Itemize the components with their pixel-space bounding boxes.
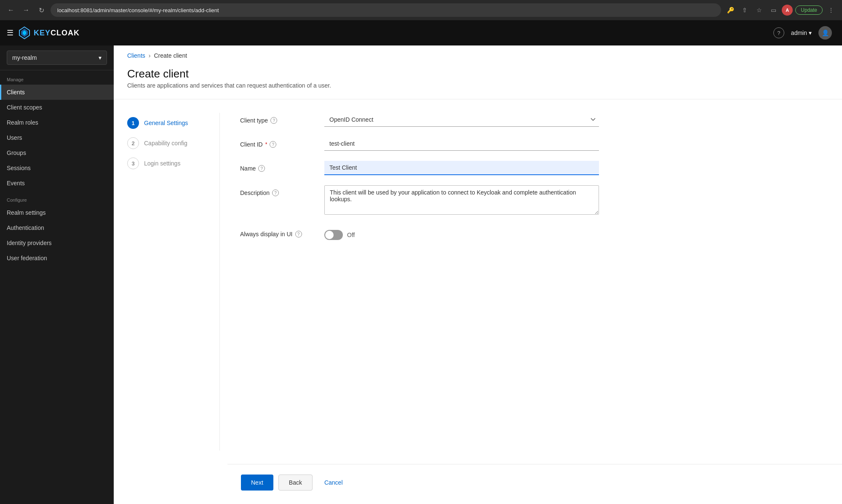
menu-dots-icon[interactable]: ⋮ <box>825 4 837 16</box>
toggle-knob <box>325 231 334 239</box>
description-help-icon[interactable]: ? <box>272 189 279 196</box>
sidebar-item-realm-settings[interactable]: Realm settings <box>0 205 114 220</box>
forward-nav-button[interactable]: → <box>20 4 32 16</box>
always-display-toggle[interactable] <box>324 230 343 240</box>
browser-actions: 🔑 ⇧ ☆ ▭ A Update ⋮ <box>724 4 837 16</box>
browser-bar: ← → ↻ 🔑 ⇧ ☆ ▭ A Update ⋮ <box>0 0 842 20</box>
name-field-row: Name ? <box>240 161 599 175</box>
client-type-select[interactable]: OpenID ConnectSAML <box>324 113 599 127</box>
breadcrumb-clients-link[interactable]: Clients <box>127 52 145 59</box>
content-area: Clients › Create client Create client Cl… <box>114 45 842 504</box>
step-label-3: Login settings <box>144 160 180 167</box>
sidebar-item-sessions[interactable]: Sessions <box>0 160 114 176</box>
client-type-label: Client type ? <box>240 113 324 124</box>
step-number-2: 2 <box>127 137 139 149</box>
address-bar[interactable] <box>51 3 721 17</box>
client-id-required: * <box>265 141 267 147</box>
name-input-wrap <box>324 161 599 175</box>
share-icon[interactable]: ⇧ <box>739 4 751 16</box>
cancel-button[interactable]: Cancel <box>318 475 350 491</box>
keycloak-logo-icon <box>18 26 31 40</box>
page-title: Create client <box>127 67 829 80</box>
star-icon[interactable]: ☆ <box>753 4 765 16</box>
browser-profile-avatar[interactable]: A <box>782 5 793 16</box>
sidebar-item-groups[interactable]: Groups <box>0 145 114 160</box>
sidebar-item-authentication[interactable]: Authentication <box>0 220 114 235</box>
back-nav-button[interactable]: ← <box>5 4 17 16</box>
sidebar-configure-items: Realm settingsAuthenticationIdentity pro… <box>0 205 114 266</box>
name-label: Name ? <box>240 161 324 172</box>
breadcrumb: Clients › Create client <box>114 45 842 59</box>
manage-section-label: Manage <box>0 70 114 85</box>
sidebar-item-users[interactable]: Users <box>0 130 114 145</box>
page-header: Create client Clients are applications a… <box>114 59 842 99</box>
window-icon[interactable]: ▭ <box>767 4 779 16</box>
step-number-1: 1 <box>127 117 139 129</box>
page-subtitle: Clients are applications and services th… <box>127 82 829 89</box>
sidebar-manage-items: ClientsClient scopesRealm rolesUsersGrou… <box>0 85 114 191</box>
sidebar-item-clients[interactable]: Clients <box>0 85 114 100</box>
step-number-3: 3 <box>127 157 139 169</box>
user-label: admin <box>791 29 807 36</box>
logo-cloak-part: CLOAK <box>51 29 80 37</box>
realm-selector: my-realm ▾ <box>0 45 114 70</box>
description-label: Description ? <box>240 185 324 196</box>
description-input-wrap <box>324 185 599 216</box>
client-id-field-row: Client ID * ? <box>240 137 599 151</box>
realm-dropdown-icon: ▾ <box>99 54 102 61</box>
client-id-help-icon[interactable]: ? <box>270 141 276 148</box>
breadcrumb-current: Create client <box>154 52 187 59</box>
hamburger-button[interactable]: ☰ <box>7 28 13 37</box>
main-content: ? admin ▾ 👤 Clients › Create client Crea… <box>114 20 842 504</box>
step-item-2[interactable]: 2Capability config <box>127 133 206 153</box>
form-area: 1General Settings2Capability config3Logi… <box>114 99 842 464</box>
user-avatar[interactable]: 👤 <box>818 26 832 40</box>
client-type-input-wrap: OpenID ConnectSAML <box>324 113 599 127</box>
sidebar-item-realm-roles[interactable]: Realm roles <box>0 115 114 130</box>
form-actions: Next Back Cancel <box>227 464 842 504</box>
sidebar-item-client-scopes[interactable]: Client scopes <box>0 100 114 115</box>
client-type-field-row: Client type ? OpenID ConnectSAML <box>240 113 599 127</box>
app-layout: ☰ KEYCLOAK my-realm ▾ <box>0 20 842 504</box>
step-item-1: 1General Settings <box>127 113 206 133</box>
description-field-row: Description ? <box>240 185 599 216</box>
sidebar-item-events[interactable]: Events <box>0 176 114 191</box>
configure-section-label: Configure <box>0 191 114 205</box>
wizard-stepper: 1General Settings2Capability config3Logi… <box>127 113 220 451</box>
back-button[interactable]: Back <box>278 475 313 491</box>
realm-name: my-realm <box>12 54 37 61</box>
update-button[interactable]: Update <box>795 5 823 15</box>
realm-dropdown[interactable]: my-realm ▾ <box>7 51 107 65</box>
logo-key-part: KEY <box>34 29 51 37</box>
always-display-state: Off <box>347 232 355 238</box>
always-display-label: Always display in UI ? <box>240 227 324 237</box>
topbar: ? admin ▾ 👤 <box>114 20 842 45</box>
help-button[interactable]: ? <box>773 27 784 38</box>
user-dropdown-icon: ▾ <box>809 29 812 36</box>
always-display-help-icon[interactable]: ? <box>295 231 302 237</box>
description-textarea[interactable] <box>324 185 599 215</box>
always-display-field-row: Always display in UI ? Off <box>240 227 599 240</box>
step-label-1: General Settings <box>144 120 188 126</box>
next-button[interactable]: Next <box>241 475 273 491</box>
client-id-input[interactable] <box>324 137 599 151</box>
client-id-label: Client ID * ? <box>240 137 324 148</box>
key-icon[interactable]: 🔑 <box>724 4 736 16</box>
breadcrumb-separator: › <box>149 52 151 59</box>
app-header: ☰ KEYCLOAK <box>0 20 114 45</box>
sidebar: ☰ KEYCLOAK my-realm ▾ <box>0 20 114 504</box>
step-label-2: Capability config <box>144 140 187 147</box>
sidebar-item-identity-providers[interactable]: Identity providers <box>0 235 114 251</box>
always-display-input-wrap: Off <box>324 227 599 240</box>
client-type-help-icon[interactable]: ? <box>270 117 277 124</box>
name-help-icon[interactable]: ? <box>258 165 265 172</box>
user-menu[interactable]: admin ▾ <box>791 29 812 36</box>
name-input[interactable] <box>324 161 599 175</box>
step-item-3[interactable]: 3Login settings <box>127 153 206 173</box>
always-display-toggle-wrap: Off <box>324 227 599 240</box>
logo-text: KEYCLOAK <box>34 29 80 37</box>
client-id-input-wrap <box>324 137 599 151</box>
reload-button[interactable]: ↻ <box>35 4 47 16</box>
sidebar-item-user-federation[interactable]: User federation <box>0 251 114 266</box>
logo-area: KEYCLOAK <box>18 26 80 40</box>
